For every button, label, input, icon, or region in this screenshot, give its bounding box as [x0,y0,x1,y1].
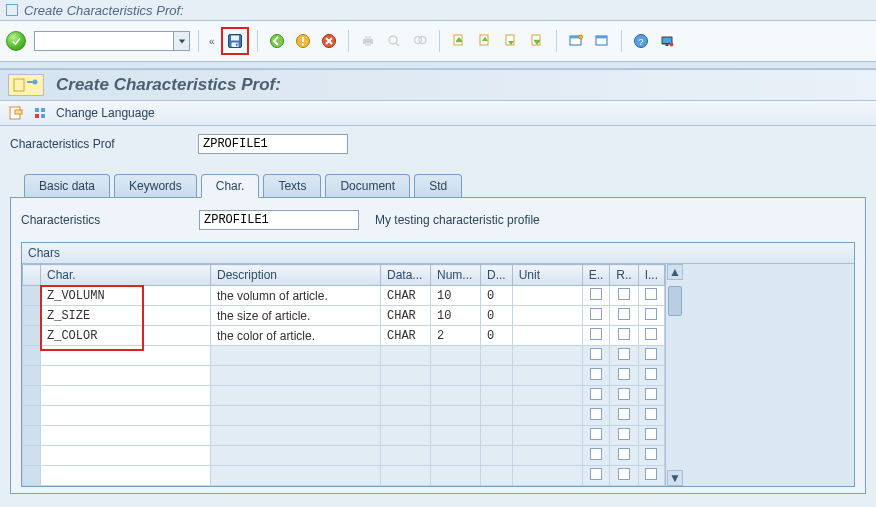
cell-r[interactable] [610,306,638,326]
cell-i[interactable] [638,366,664,386]
cell-i[interactable] [638,466,664,486]
checkbox[interactable] [590,348,602,360]
col-i[interactable]: I... [638,265,664,286]
cell-num[interactable]: 10 [431,286,481,306]
object-icon[interactable] [8,74,44,96]
table-row[interactable] [23,386,665,406]
tab-basic-data[interactable]: Basic data [24,174,110,197]
cell-num[interactable] [431,466,481,486]
cell-description[interactable] [211,386,381,406]
col-description[interactable]: Description [211,265,381,286]
scroll-down-icon[interactable]: ▼ [667,470,683,486]
cell-data[interactable]: CHAR [381,286,431,306]
cell-char[interactable]: Z_COLOR [41,326,211,346]
cell-r[interactable] [610,346,638,366]
checkbox[interactable] [590,468,602,480]
cell-char[interactable] [41,406,211,426]
sub-icon-2[interactable] [32,105,48,121]
prev-page-button[interactable] [474,30,496,52]
checkbox[interactable] [618,448,630,460]
cell-e[interactable] [582,306,610,326]
change-language-button[interactable]: Change Language [56,106,155,120]
cell-d[interactable] [481,386,513,406]
cell-char[interactable] [41,386,211,406]
cell-unit[interactable] [512,386,582,406]
cell-description[interactable]: the color of article. [211,326,381,346]
row-selector[interactable] [23,466,41,486]
checkbox[interactable] [645,428,657,440]
scroll-track[interactable] [666,280,684,470]
characteristics-input[interactable] [199,210,359,230]
checkbox[interactable] [645,368,657,380]
cell-unit[interactable] [512,406,582,426]
cell-num[interactable] [431,426,481,446]
row-selector[interactable] [23,286,41,306]
cell-description[interactable] [211,366,381,386]
row-selector[interactable] [23,446,41,466]
char-prof-input[interactable] [198,134,348,154]
next-page-button[interactable] [500,30,522,52]
checkbox[interactable] [618,408,630,420]
checkbox[interactable] [645,468,657,480]
cell-e[interactable] [582,426,610,446]
cell-char[interactable]: Z_VOLUMN [41,286,211,306]
table-row[interactable]: Z_SIZEthe size of article.CHAR100 [23,306,665,326]
cell-r[interactable] [610,406,638,426]
cell-data[interactable]: CHAR [381,306,431,326]
checkbox[interactable] [645,388,657,400]
cell-description[interactable] [211,346,381,366]
cell-d[interactable] [481,466,513,486]
cell-d[interactable]: 0 [481,286,513,306]
row-selector[interactable] [23,406,41,426]
row-selector[interactable] [23,306,41,326]
checkbox[interactable] [645,328,657,340]
cell-d[interactable] [481,406,513,426]
cell-unit[interactable] [512,426,582,446]
checkbox[interactable] [645,308,657,320]
checkbox[interactable] [590,308,602,320]
checkbox[interactable] [590,428,602,440]
checkbox[interactable] [618,388,630,400]
cell-unit[interactable] [512,466,582,486]
col-char[interactable]: Char. [41,265,211,286]
checkbox[interactable] [645,408,657,420]
cell-e[interactable] [582,446,610,466]
cell-data[interactable] [381,446,431,466]
row-selector[interactable] [23,346,41,366]
cell-unit[interactable] [512,326,582,346]
customize-button[interactable] [656,30,678,52]
checkbox[interactable] [618,288,630,300]
tab-std[interactable]: Std [414,174,462,197]
tab-keywords[interactable]: Keywords [114,174,197,197]
cell-char[interactable]: Z_SIZE [41,306,211,326]
cell-e[interactable] [582,466,610,486]
cell-description[interactable]: the size of article. [211,306,381,326]
cell-data[interactable] [381,366,431,386]
checkbox[interactable] [590,448,602,460]
cell-unit[interactable] [512,446,582,466]
exit-button[interactable] [292,30,314,52]
checkbox[interactable] [618,368,630,380]
cell-num[interactable]: 10 [431,306,481,326]
last-page-button[interactable] [526,30,548,52]
grid-vertical-scrollbar[interactable]: ▲ ▼ [665,264,684,486]
checkbox[interactable] [618,328,630,340]
cell-r[interactable] [610,426,638,446]
tab-texts[interactable]: Texts [263,174,321,197]
checkbox[interactable] [645,448,657,460]
cell-d[interactable]: 0 [481,326,513,346]
cell-char[interactable] [41,446,211,466]
row-selector[interactable] [23,366,41,386]
cell-num[interactable]: 2 [431,326,481,346]
window-menu-icon[interactable] [6,4,18,16]
sub-icon-1[interactable] [8,105,24,121]
cell-num[interactable] [431,406,481,426]
cell-num[interactable] [431,446,481,466]
command-field-dropdown[interactable] [174,31,190,51]
table-row[interactable] [23,406,665,426]
cell-unit[interactable] [512,306,582,326]
table-row[interactable] [23,426,665,446]
cell-e[interactable] [582,386,610,406]
cell-i[interactable] [638,446,664,466]
row-selector[interactable] [23,326,41,346]
